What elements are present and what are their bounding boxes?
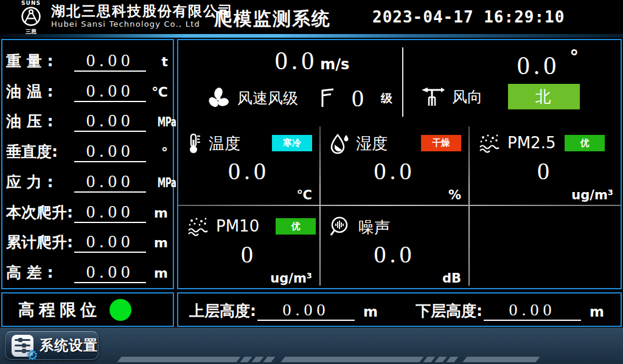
header-divider-gradient [0, 34, 623, 38]
measurements-panel: 重 量 : 0.00 t 油 温 : 0.00 ℃ 油 压 : 0.00 MPa… [1, 39, 174, 289]
sensor-cell-temperature: 温度 寒冷 0.0 ℃ [178, 123, 319, 205]
sensor-cell-pm25: PM2.5 优 0 ug/m³ [470, 123, 621, 205]
wind-level-value: 0 [352, 84, 364, 112]
sansi-logo-icon [21, 6, 41, 27]
sensor-cell-noise: 噪声 0.0 dB [321, 206, 468, 288]
footer-stripe-decoration [119, 357, 538, 362]
sensor-label: 湿度 [356, 133, 388, 154]
sensor-cell-pm10: PM10 优 0 ug/m³ [178, 206, 319, 288]
company-name-en: Hubei Sansi Technology Co., Ltd [51, 19, 234, 30]
lower-height-group: 下层高度: 0.00 m [416, 300, 604, 321]
wind-speed-label: 风速风级 [237, 88, 298, 108]
measurement-rows: 重 量 : 0.00 t 油 温 : 0.00 ℃ 油 压 : 0.00 MPa… [2, 40, 173, 288]
measurement-value: 0.00 [74, 80, 146, 102]
wind-direction-badge: 北 [508, 84, 580, 109]
measurement-row-total-climb: 累计爬升: 0.00 m [6, 226, 168, 253]
measurement-unit: MPa [158, 112, 176, 132]
measurement-unit: ° [146, 143, 168, 162]
thermometer-icon [187, 132, 203, 154]
measurement-unit: m [146, 264, 168, 283]
sensor-unit: ug/m³ [571, 188, 613, 202]
elevation-limit-label: 高程限位 [18, 299, 101, 321]
sensor-value: 0.0 [321, 240, 468, 269]
upper-height-value: 0.00 [257, 300, 355, 321]
measurement-value: 0.00 [74, 50, 146, 72]
measurement-value: 0.00 [74, 201, 146, 223]
measurement-label: 油 压 : [6, 111, 74, 132]
measurement-value: 0.00 [74, 110, 146, 132]
measurement-unit: ℃ [146, 83, 168, 102]
sensor-value: 0 [470, 157, 621, 185]
lower-height-value: 0.00 [484, 300, 581, 321]
measurement-row-stress: 应 力 : 0.00 MPa [6, 166, 168, 193]
sensor-cell-humidity: 湿度 干燥 0.0 % [321, 123, 468, 205]
dust-particles-icon [478, 132, 501, 153]
humidity-drop-icon [329, 132, 350, 154]
wind-direction-block: 0.0° 风向 北 [403, 40, 621, 123]
sensor-unit: dB [442, 271, 461, 286]
wind-direction-unit: ° [569, 46, 579, 67]
measurement-label: 垂直度: [6, 142, 74, 162]
lower-height-unit: m [590, 303, 604, 321]
wind-level-flag-icon [320, 88, 336, 109]
sensor-unit: % [448, 188, 461, 202]
fan-icon [206, 86, 231, 111]
page-title: 爬模监测系统 [214, 7, 331, 32]
measurement-value: 0.00 [74, 171, 146, 193]
noise-meter-icon [329, 216, 352, 239]
status-badge: 优 [276, 218, 316, 235]
measurement-row-current-climb: 本次爬升: 0.00 m [6, 196, 168, 223]
wind-vane-icon [418, 84, 446, 109]
measurement-label: 本次爬升: [6, 202, 74, 223]
measurement-row-height-diff: 高 差 : 0.00 m [6, 256, 168, 283]
elevation-limit-status-light [110, 299, 131, 321]
measurement-row-verticality: 垂直度: 0.00 ° [6, 136, 168, 162]
measurement-unit: m [146, 233, 168, 253]
company-name-block: 湖北三思科技股份有限公司 Hubei Sansi Technology Co.,… [51, 3, 234, 30]
wind-speed-block: 0.0m/s 风速风级 [178, 40, 402, 123]
sensor-value: 0 [178, 240, 319, 269]
sensor-unit: ug/m³ [270, 271, 312, 286]
climbing-formwork-monitor-screen: SUNS 三思 湖北三思科技股份有限公司 Hubei Sansi Technol… [0, 0, 623, 364]
measurement-unit: m [146, 204, 168, 223]
header-bar: SUNS 三思 湖北三思科技股份有限公司 Hubei Sansi Technol… [0, 0, 623, 34]
wind-direction-value: 0.0 [517, 52, 560, 80]
sensor-value: 0.0 [178, 157, 319, 185]
measurement-label: 重 量 : [6, 51, 74, 72]
measurement-row-oil-temp: 油 温 : 0.00 ℃ [6, 75, 168, 102]
company-name-cn: 湖北三思科技股份有限公司 [51, 3, 234, 19]
measurement-value: 0.00 [74, 261, 146, 283]
sensor-label: PM10 [216, 217, 259, 235]
datetime-display: 2023-04-17 16:29:10 [372, 8, 565, 26]
status-badge: 寒冷 [272, 135, 312, 151]
elevation-limit-panel: 高程限位 [1, 292, 174, 327]
system-settings-button[interactable]: ⚙ 系统设置 [5, 331, 99, 360]
sensor-unit: ℃ [297, 188, 312, 202]
footer-bar: ⚙ 系统设置 [0, 328, 623, 364]
status-badge: 干燥 [421, 135, 461, 151]
wind-speed-unit: m/s [320, 56, 349, 73]
measurement-unit: t [146, 52, 168, 72]
sensor-value: 0.0 [321, 157, 468, 185]
measurement-unit: MPa [158, 173, 176, 193]
measurement-label: 应 力 : [6, 172, 74, 193]
measurement-label: 累计爬升: [6, 232, 74, 253]
lower-height-label: 下层高度: [416, 301, 482, 321]
wind-section: 0.0m/s 风速风级 [178, 40, 621, 123]
logo-suns-text: SUNS [13, 0, 49, 6]
dust-particles-icon [187, 216, 210, 236]
wind-speed-value: 0.0 [275, 47, 318, 75]
measurement-row-oil-pressure: 油 压 : 0.00 MPa [6, 105, 168, 132]
upper-height-group: 上层高度: 0.00 m [189, 300, 378, 321]
wind-direction-label: 风向 [452, 87, 482, 107]
layer-heights-panel: 上层高度: 0.00 m 下层高度: 0.00 m [177, 292, 622, 327]
sensor-label: 噪声 [358, 217, 390, 238]
gear-icon: ⚙ [26, 349, 38, 362]
settings-sliders-icon: ⚙ [12, 335, 33, 357]
wind-level-unit: 级 [381, 91, 392, 106]
status-badge: 优 [565, 135, 605, 151]
upper-height-unit: m [363, 303, 378, 321]
measurement-label: 油 温 : [6, 81, 74, 102]
company-logo: SUNS 三思 [13, 0, 49, 34]
upper-height-label: 上层高度: [189, 301, 256, 321]
